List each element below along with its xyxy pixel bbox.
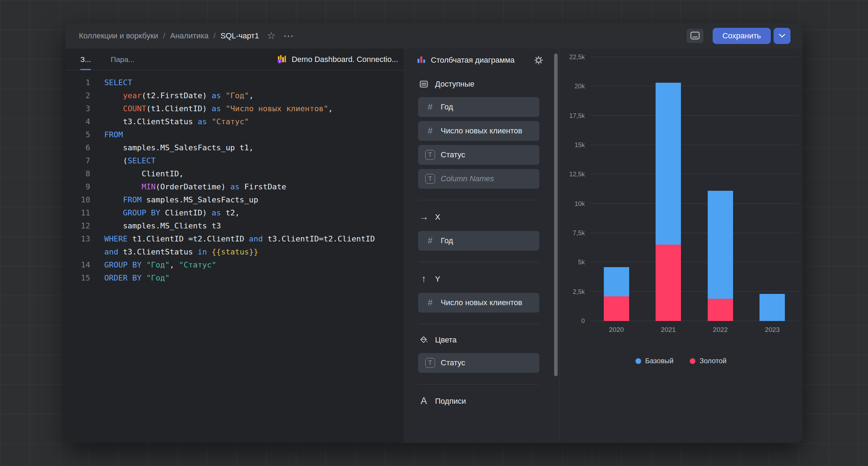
line-number: 12 [66, 219, 90, 232]
field-chip[interactable]: TСтатус [418, 145, 539, 165]
code-row: 6 samples.MS_SalesFacts_up t1, [66, 141, 404, 154]
section-label: Подписи [435, 397, 466, 406]
label-a-icon: А [418, 396, 429, 407]
code-row: and t3.ClientStatus in {{status}} [66, 245, 404, 258]
section-divider [418, 200, 539, 200]
section-divider [418, 384, 539, 384]
line-number: 11 [66, 206, 90, 219]
code-row: 4 t3.ClientStatus as "Статус" [66, 115, 404, 128]
code-line: FROM [90, 128, 404, 141]
code-line: GROUP BY ClientID) as t2, [90, 206, 404, 219]
config-section: ↑Y#Число новых клиентов [418, 273, 539, 313]
scrollbar-thumb[interactable] [554, 53, 558, 376]
field-chip[interactable]: TСтатус [418, 353, 539, 373]
line-number: 1 [66, 76, 90, 89]
x-axis-label: 2022 [694, 326, 746, 334]
save-button[interactable]: Сохранить [713, 28, 771, 44]
code-line: samples.MS_SalesFacts_up t1, [90, 141, 404, 154]
bar-segment[interactable] [708, 191, 733, 299]
code-row: 11 GROUP BY ClientID) as t2, [66, 206, 404, 219]
field-chip[interactable]: #Число новых клиентов [418, 293, 539, 313]
bar-segment[interactable] [708, 299, 733, 321]
legend-label: Базовый [645, 357, 674, 365]
line-number: 2 [66, 89, 90, 102]
line-number [66, 245, 90, 258]
y-axis-label: 17,5k [561, 112, 585, 120]
more-menu-icon[interactable]: ⋯ [283, 31, 294, 41]
bar-segment[interactable] [604, 267, 629, 296]
y-axis-label: 0 [561, 317, 585, 325]
tab-parameters[interactable]: Пара... [111, 49, 135, 70]
text-field-icon: T [425, 150, 435, 160]
chart-type-icon [417, 55, 426, 65]
code-line: WHERE t1.ClientID =t2.ClientID and t3.Cl… [90, 232, 404, 245]
connection-selector[interactable]: Demo Dashboard. Connectio... [277, 49, 398, 70]
chart-plot: 02,5k5k7,5k10k12,5k15k17,5k20k22,5k [590, 57, 798, 321]
chart-type-label[interactable]: Столбчатая диаграмма [431, 56, 515, 65]
line-number: 10 [66, 193, 90, 206]
line-number: 15 [66, 271, 90, 284]
sql-editor-pane: З... Пара... Demo Dashboar [66, 49, 404, 443]
line-number: 9 [66, 180, 90, 193]
y-axis-label: 5k [561, 258, 585, 266]
code-row: 7 (SELECT [66, 154, 404, 167]
line-number: 4 [66, 115, 90, 128]
bar-segment[interactable] [604, 296, 629, 321]
legend-item[interactable]: Базовый [636, 357, 674, 365]
number-field-icon: # [425, 236, 435, 246]
code-row: 5FROM [66, 128, 404, 141]
y-axis-label: 2,5k [561, 288, 585, 296]
favorite-star-icon[interactable]: ☆ [267, 31, 275, 41]
section-header: ↑Y [418, 273, 539, 284]
bar-segment[interactable] [760, 294, 785, 321]
field-chip[interactable]: TColumn Names [418, 169, 539, 189]
code-line: year(t2.FirstDate) as "Год", [90, 89, 404, 102]
chart-editor-window: Коллекции и воркбуки / Аналитика / SQL-ч… [66, 23, 802, 443]
code-editor[interactable]: 1SELECT2 year(t2.FirstDate) as "Год",3 C… [66, 70, 404, 443]
save-dropdown-button[interactable] [774, 28, 790, 44]
code-row: 8 ClientID, [66, 167, 404, 180]
tabbar-spacer [154, 49, 277, 70]
section-divider [418, 262, 539, 262]
field-chip[interactable]: #Число новых клиентов [418, 121, 539, 141]
x-axis-label: 2023 [746, 326, 799, 334]
connection-label: Demo Dashboard. Connectio... [292, 55, 398, 64]
line-number: 8 [66, 167, 90, 180]
number-field-icon: # [425, 126, 435, 136]
breadcrumb-analytics[interactable]: Аналитика [170, 31, 209, 40]
y-axis-label: 15k [561, 141, 585, 149]
y-axis-label: 22,5k [561, 53, 585, 61]
text-field-icon: T [425, 174, 435, 184]
bar-segment[interactable] [656, 83, 681, 245]
code-line: FROM samples.MS_SalesFacts_up [90, 193, 404, 206]
field-chip[interactable]: #Год [418, 97, 539, 117]
config-scrollbar[interactable] [554, 53, 558, 438]
section-header: Цвета [418, 335, 539, 345]
code-row: 3 COUNT(t1.ClientID) as "Число новых кли… [66, 102, 404, 115]
breadcrumb-separator: / [213, 31, 216, 40]
arrow-up-icon: ↑ [418, 273, 429, 284]
tab-query[interactable]: З... [80, 49, 91, 70]
code-row: 14GROUP BY "Год", "Статус" [66, 258, 404, 271]
panel-layout-button[interactable] [687, 29, 703, 43]
bar-column [746, 57, 799, 321]
chart-preview-pane: 02,5k5k7,5k10k12,5k15k17,5k20k22,5k 2020… [559, 49, 802, 443]
code-row: 13WHERE t1.ClientID =t2.ClientID and t3.… [66, 232, 404, 245]
bar-segment[interactable] [656, 245, 681, 321]
number-field-icon: # [425, 298, 435, 308]
chart-config-pane: Столбчатая диаграмма Доступные#Год#Число… [404, 49, 559, 443]
breadcrumb-collections[interactable]: Коллекции и воркбуки [79, 31, 158, 40]
field-label: Статус [441, 150, 465, 159]
line-number: 5 [66, 128, 90, 141]
settings-gear-icon[interactable] [534, 55, 544, 65]
section-label: Доступные [435, 80, 475, 89]
config-sections: Доступные#Год#Число новых клиентовTСтату… [405, 72, 559, 443]
section-header: АПодписи [418, 396, 539, 407]
breadcrumb-separator: / [163, 31, 165, 40]
connection-icon [277, 54, 287, 65]
legend-item[interactable]: Золотой [690, 357, 727, 365]
field-chip[interactable]: #Год [418, 231, 539, 251]
y-axis-label: 7,5k [561, 229, 585, 237]
window-body: З... Пара... Demo Dashboar [66, 49, 802, 443]
field-label: Число новых клиентов [441, 298, 522, 307]
